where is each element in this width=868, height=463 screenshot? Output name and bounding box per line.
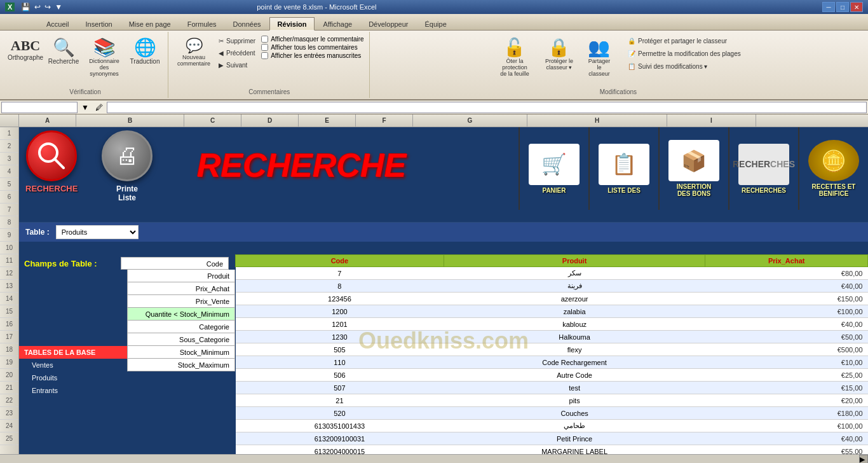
formula-input[interactable] [107, 102, 867, 113]
row-12: 12 [0, 267, 18, 280]
table-row: 6130351001433طحامي€100,00 [236, 420, 868, 432]
table-row: 6132009100031Petit Prince€40,00 [236, 432, 868, 445]
insertion-label: INSERTIONDES BONS [677, 183, 711, 197]
nav-panier[interactable]: 🛒 PANIER [519, 127, 588, 210]
panier-img: 🛒 [529, 144, 580, 185]
table-row: 7سكر€80,00 [236, 267, 868, 280]
cell-produit: فرينة [444, 280, 705, 293]
traduction-button[interactable]: 🌐 Traduction [127, 36, 163, 68]
afficher-masquer-checkbox[interactable]: Afficher/masquer le commentaire [261, 36, 364, 43]
hscroll-right[interactable]: ▶ [859, 455, 868, 464]
synonymes-button[interactable]: 📚 Dictionnairedes synonymes [84, 36, 125, 80]
tab-insertion[interactable]: Insertion [77, 17, 120, 30]
recherches-label: RECHERCHES [742, 187, 786, 194]
col-header-d: D [241, 114, 299, 127]
window-controls[interactable]: ─ □ ✕ [822, 2, 863, 12]
partager-button[interactable]: 👥 Partagerle classeur [581, 36, 617, 80]
nouveau-icon: 💬 [186, 39, 203, 53]
name-box[interactable] [1, 102, 78, 113]
nav-liste[interactable]: 📋 LISTE DES [588, 127, 658, 210]
recherche-button[interactable]: 🔍 Recherche [46, 36, 81, 68]
nav-recettes[interactable]: 🪙 RECETTES ETBENIFICE [798, 127, 868, 210]
nouveau-commentaire-button[interactable]: 💬 Nouveaucommentaire [175, 36, 213, 70]
undo-btn[interactable]: ↩ [33, 3, 42, 11]
printer-label: PrinteListe [102, 184, 153, 202]
cell-code: 21 [236, 394, 444, 407]
cell-prix: €10,00 [705, 356, 868, 369]
tab-donnees[interactable]: Données [225, 17, 269, 30]
col-header-h: H [527, 114, 667, 127]
modifications-group-label: Modifications [376, 87, 860, 97]
empty-row-7 [19, 210, 868, 223]
col-header-e: E [299, 114, 356, 127]
redo-btn[interactable]: ↪ [43, 3, 52, 11]
cell-code: 8 [236, 280, 444, 293]
column-headers: A B C D E F G H I [0, 114, 868, 127]
proteger-classeur-icon: 🔒 [548, 39, 570, 57]
tab-revision[interactable]: Révision [269, 17, 315, 31]
col-header-a: A [19, 114, 76, 127]
nav-recherches[interactable]: RECHERCHES RECHERCHES [728, 127, 798, 210]
suivant-icon: ▶ [219, 62, 224, 69]
insertion-img: 📦 [668, 140, 719, 181]
table-selector-select[interactable]: Produits Ventes Entrants [56, 225, 139, 239]
suivant-label: Suivant [226, 62, 247, 69]
cell-produit: سكر [444, 267, 705, 280]
commentaires-checkboxes: Afficher/masquer le commentaire Afficher… [261, 36, 364, 59]
table-row: 1200zalabia€100,00 [236, 305, 868, 318]
tab-developpeur[interactable]: Développeur [360, 17, 416, 30]
empty-row-9 [19, 242, 868, 254]
row-22: 22 [0, 394, 18, 407]
tab-equipe[interactable]: Équipe [417, 17, 455, 30]
row-16: 16 [0, 318, 18, 331]
proteger-partager-button[interactable]: 🔒 Protéger et partager le classeur [625, 36, 744, 46]
data-area: Ouedkniss.com Champs de Table : Code Pro… [19, 254, 868, 454]
orthographe-icon: ABC [11, 39, 40, 53]
minimize-btn[interactable]: ─ [822, 2, 835, 12]
restore-btn[interactable]: □ [836, 2, 849, 12]
search-icon-big [26, 130, 77, 181]
cell-prix: €55,00 [705, 445, 868, 455]
horizontal-scrollbar[interactable]: ▶ [0, 454, 868, 463]
field-prix-achat: Prix_Achat [127, 282, 235, 295]
row-6: 6 [0, 191, 18, 204]
permettre-button[interactable]: 📝 Permettre la modification des plages [625, 48, 744, 59]
save-quick-btn[interactable]: 💾 [20, 3, 32, 11]
proteger-classeur-button[interactable]: 🔒 Protéger leclasseur ▾ [539, 36, 579, 74]
banner-navigation: 🛒 PANIER 📋 LISTE DES 📦 INSERTIONDES BONS… [519, 127, 868, 210]
suivant-button[interactable]: ▶ Suivant [215, 60, 259, 71]
precedent-button[interactable]: ◀ Précédent [215, 48, 259, 59]
cell-prix: €25,00 [705, 369, 868, 382]
table-entrants[interactable]: Entrants [19, 384, 127, 397]
tab-accueil[interactable]: Accueil [38, 17, 77, 30]
supprimer-button[interactable]: ✂ Supprimer [215, 36, 259, 46]
formula-cancel-btn[interactable]: ▼ [79, 103, 92, 112]
cell-prix: €40,00 [705, 432, 868, 445]
afficher-masquer-input[interactable] [261, 36, 268, 43]
table-ventes[interactable]: Ventes [19, 359, 127, 371]
afficher-tous-checkbox[interactable]: Afficher tous les commentaires [261, 44, 364, 51]
table-row: 6132004000015MARGARINE LABEL€55,00 [236, 445, 868, 455]
tab-mise-en-page[interactable]: Mise en page [121, 17, 179, 30]
row-23: 23 [0, 407, 18, 420]
cell-code: 6132004000015 [236, 445, 444, 455]
nav-insertion[interactable]: 📦 INSERTIONDES BONS [658, 127, 728, 210]
table-selector-row: Table : Produits Ventes Entrants [19, 223, 868, 242]
orthographe-button[interactable]: ABC Orthographe [8, 36, 43, 64]
customise-btn[interactable]: ▼ [53, 3, 64, 11]
formula-function-btn[interactable]: 🖉 [93, 103, 105, 112]
afficher-entrees-input[interactable] [261, 52, 268, 59]
afficher-tous-input[interactable] [261, 44, 268, 51]
table-produits[interactable]: Produits [19, 371, 127, 384]
tab-affichage[interactable]: Affichage [315, 17, 360, 30]
afficher-entrees-checkbox[interactable]: Afficher les entrées manuscrites [261, 52, 364, 59]
quick-access-toolbar[interactable]: 💾 ↩ ↪ ▼ [20, 3, 64, 11]
printer-icon[interactable]: 🖨 [102, 130, 153, 181]
cell-prix: €150,00 [705, 293, 868, 305]
tab-formules[interactable]: Formules [179, 17, 225, 30]
oter-protection-button[interactable]: 🔓 Ôter la protectionde la feuille [492, 36, 537, 80]
recherche-ribbon-icon: 🔍 [53, 39, 75, 57]
oter-protection-icon: 🔓 [503, 39, 526, 57]
close-btn[interactable]: ✕ [850, 2, 863, 12]
suivi-button[interactable]: 📋 Suivi des modifications ▾ [625, 61, 744, 72]
